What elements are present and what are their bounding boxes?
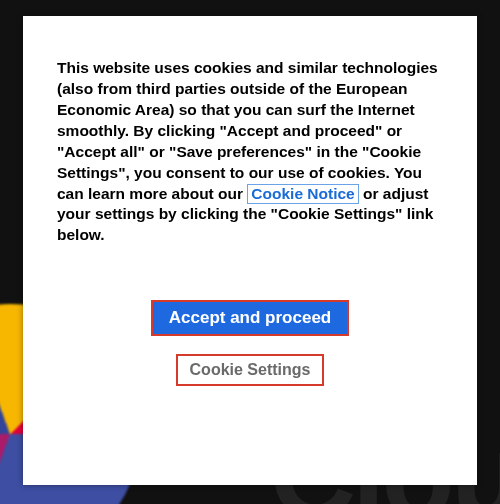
cookie-notice-link[interactable]: Cookie Notice	[247, 184, 358, 204]
cookie-consent-modal: This website uses cookies and similar te…	[23, 16, 477, 485]
cookie-consent-text: This website uses cookies and similar te…	[57, 58, 443, 246]
modal-backdrop: Clou This website uses cookies and simil…	[0, 0, 500, 504]
button-group: Accept and proceed Cookie Settings	[57, 300, 443, 386]
consent-text-before-link: This website uses cookies and similar te…	[57, 59, 438, 202]
accept-and-proceed-button[interactable]: Accept and proceed	[151, 300, 350, 336]
cookie-settings-button[interactable]: Cookie Settings	[176, 354, 325, 386]
